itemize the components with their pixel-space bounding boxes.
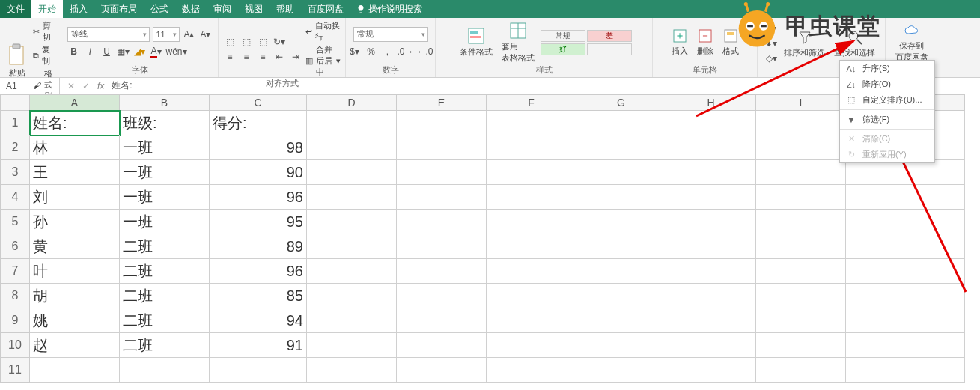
cell-K10[interactable] <box>846 333 965 358</box>
cell-E5[interactable] <box>397 210 487 234</box>
cell-D10[interactable] <box>307 333 397 358</box>
cell-I10[interactable] <box>756 333 846 358</box>
cancel-icon[interactable]: ✕ <box>67 81 75 91</box>
cell-B4[interactable]: 一班 <box>120 185 210 210</box>
cell-B6[interactable]: 二班 <box>120 234 210 259</box>
cut-button[interactable]: ✂剪切 <box>33 20 56 43</box>
cell-I9[interactable] <box>756 308 846 333</box>
cell-F6[interactable] <box>487 234 576 259</box>
fx-icon[interactable]: fx <box>97 81 104 91</box>
align-middle-icon[interactable]: ⬚ <box>240 35 253 49</box>
cell-E9[interactable] <box>397 308 487 333</box>
cell-H6[interactable] <box>666 234 756 259</box>
tab-view[interactable]: 视图 <box>238 0 270 18</box>
table-format-button[interactable]: 套用 表格格式 <box>499 22 538 64</box>
cell-C6[interactable]: 89 <box>210 234 307 259</box>
cell-H11[interactable] <box>666 358 756 383</box>
cell-K9[interactable] <box>846 308 965 333</box>
menu-sort-desc[interactable]: Z↓降序(O) <box>840 76 934 92</box>
font-color-button[interactable]: A▾ <box>150 45 163 58</box>
cell-G5[interactable] <box>576 210 666 234</box>
align-right-icon[interactable]: ≡ <box>256 50 270 64</box>
style-normal[interactable]: 常规 <box>541 30 585 42</box>
cell-H1[interactable] <box>666 111 756 135</box>
cell-E11[interactable] <box>397 358 487 383</box>
cell-E4[interactable] <box>397 185 487 210</box>
border-button[interactable]: ▦▾ <box>117 45 130 58</box>
decrease-font-icon[interactable]: A▾ <box>199 28 213 41</box>
cell-C9[interactable]: 94 <box>210 308 307 333</box>
column-header-D[interactable]: D <box>307 94 397 111</box>
indent-decrease-icon[interactable]: ⇤ <box>273 50 286 64</box>
cell-B9[interactable]: 二班 <box>120 308 210 333</box>
paste-button[interactable]: 粘贴 <box>4 43 30 79</box>
cell-E7[interactable] <box>397 259 487 284</box>
cell-F3[interactable] <box>487 160 576 185</box>
cell-G10[interactable] <box>576 333 666 358</box>
comma-icon[interactable]: , <box>380 45 394 58</box>
font-size-combo[interactable]: 11 <box>153 27 180 42</box>
tab-formula[interactable]: 公式 <box>144 0 175 18</box>
currency-icon[interactable]: $▾ <box>347 45 361 58</box>
cell-G9[interactable] <box>576 308 666 333</box>
cell-A7[interactable]: 叶 <box>30 259 120 284</box>
cell-I3[interactable] <box>756 160 846 185</box>
cell-I6[interactable] <box>756 234 846 259</box>
cell-G11[interactable] <box>576 358 666 383</box>
tab-data[interactable]: 数据 <box>175 0 207 18</box>
cell-A9[interactable]: 姚 <box>30 308 120 333</box>
menu-custom-sort[interactable]: ⬚自定义排序(U)... <box>840 92 934 108</box>
cell-E8[interactable] <box>397 284 487 308</box>
cell-A2[interactable]: 林 <box>30 135 120 160</box>
cell-K8[interactable] <box>846 284 965 308</box>
save-to-baidu-button[interactable]: 保存到 百度网盘 <box>892 22 931 63</box>
column-header-G[interactable]: G <box>576 94 666 111</box>
row-header-2[interactable]: 2 <box>0 135 30 160</box>
align-left-icon[interactable]: ≡ <box>223 50 237 64</box>
row-header-11[interactable]: 11 <box>0 358 30 383</box>
cell-I11[interactable] <box>756 358 846 383</box>
dec-decimal-icon[interactable]: ←.0 <box>417 45 433 58</box>
style-good[interactable]: 好 <box>541 43 585 55</box>
confirm-icon[interactable]: ✓ <box>82 81 90 91</box>
align-center-icon[interactable]: ≡ <box>240 50 253 64</box>
cell-H7[interactable] <box>666 259 756 284</box>
cell-C5[interactable]: 95 <box>210 210 307 234</box>
italic-button[interactable]: I <box>84 45 97 58</box>
cell-A1[interactable]: 姓名: <box>30 111 120 135</box>
row-header-10[interactable]: 10 <box>0 333 30 358</box>
cell-I2[interactable] <box>756 135 846 160</box>
cell-B7[interactable]: 二班 <box>120 259 210 284</box>
cell-H10[interactable] <box>666 333 756 358</box>
cell-H3[interactable] <box>666 160 756 185</box>
cell-D4[interactable] <box>307 185 397 210</box>
cell-I1[interactable] <box>756 111 846 135</box>
cell-C4[interactable]: 96 <box>210 185 307 210</box>
cell-F4[interactable] <box>487 185 576 210</box>
column-header-H[interactable]: H <box>666 94 756 111</box>
column-header-I[interactable]: I <box>756 94 846 111</box>
cell-B3[interactable]: 一班 <box>120 160 210 185</box>
column-header-E[interactable]: E <box>397 94 487 111</box>
cell-D9[interactable] <box>307 308 397 333</box>
cell-F10[interactable] <box>487 333 576 358</box>
sort-filter-button[interactable]: 排序和筛选 <box>781 29 828 58</box>
bold-button[interactable]: B <box>67 45 81 58</box>
cell-A4[interactable]: 刘 <box>30 185 120 210</box>
phonetic-button[interactable]: wén▾ <box>166 45 187 58</box>
row-header-3[interactable]: 3 <box>0 160 30 185</box>
conditional-format-button[interactable]: 条件格式 <box>457 27 496 58</box>
clear-icon[interactable]: ◇▾ <box>764 52 778 65</box>
cell-B2[interactable]: 一班 <box>120 135 210 160</box>
cell-B8[interactable]: 二班 <box>120 284 210 308</box>
cell-E1[interactable] <box>397 111 487 135</box>
cell-F5[interactable] <box>487 210 576 234</box>
tab-home[interactable]: 开始 <box>31 0 63 18</box>
cell-H4[interactable] <box>666 185 756 210</box>
row-header-7[interactable]: 7 <box>0 259 30 284</box>
tab-review[interactable]: 审阅 <box>207 0 238 18</box>
align-top-icon[interactable]: ⬚ <box>223 35 237 49</box>
inc-decimal-icon[interactable]: .0→ <box>397 45 413 58</box>
row-header-6[interactable]: 6 <box>0 234 30 259</box>
cell-I8[interactable] <box>756 284 846 308</box>
